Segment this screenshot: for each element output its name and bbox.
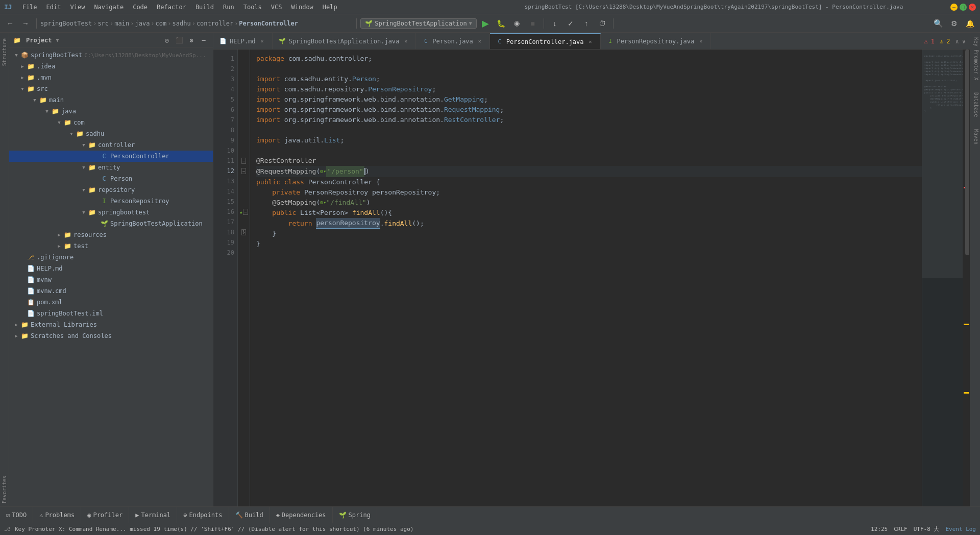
menu-run[interactable]: Run xyxy=(219,3,238,12)
debug-button[interactable]: 🐛 xyxy=(494,16,508,31)
tab-springboot-app[interactable]: 🌱 SpringBootTestApplication.java ✕ xyxy=(273,33,416,49)
tab-person-controller[interactable]: C PersonController.java ✕ xyxy=(490,33,601,49)
tree-item-test[interactable]: ▶ 📁 test xyxy=(9,240,213,252)
menu-edit[interactable]: Edit xyxy=(42,3,65,12)
vcs-history-button[interactable]: ⏱ xyxy=(595,16,609,31)
vcs-push-button[interactable]: ↑ xyxy=(579,16,594,31)
maven-tab[interactable]: Maven xyxy=(970,125,980,149)
favorites-panel-tab[interactable]: Favorites xyxy=(1,473,8,506)
chevron-down[interactable]: ∨ xyxy=(962,38,966,45)
coverage-button[interactable]: ◉ xyxy=(510,16,524,31)
database-tab[interactable]: Database xyxy=(970,88,980,121)
menu-build[interactable]: Build xyxy=(191,3,218,12)
locate-file-button[interactable]: ◎ xyxy=(162,35,172,45)
gutter-18[interactable]: } xyxy=(238,227,250,237)
tree-item-idea[interactable]: ▶ 📁 .idea xyxy=(9,61,213,72)
key-promoter-tab[interactable]: Key Promoter X xyxy=(970,33,980,84)
notifications-button[interactable]: 🔔 xyxy=(963,16,977,31)
bottom-tab-profiler[interactable]: ◉ Profiler xyxy=(81,507,129,523)
menu-view[interactable]: View xyxy=(66,3,89,12)
fold-close-18[interactable]: } xyxy=(241,229,246,235)
search-everywhere-button[interactable]: 🔍 xyxy=(931,16,945,31)
errors-indicator[interactable]: ⚠ 1 ⚠ 2 ∧ ∨ xyxy=(920,33,970,49)
chevron-up[interactable]: ∧ xyxy=(955,38,959,45)
minimize-panel-button[interactable]: — xyxy=(199,35,209,45)
tree-item-springboot-app[interactable]: ▶ 🌱 SpringBootTestApplication xyxy=(9,218,213,229)
tab-help[interactable]: 📄 HELP.md ✕ xyxy=(213,33,273,49)
tree-item-person-repositroy[interactable]: ▶ I PersonRepositroy xyxy=(9,196,213,207)
tree-item-person-controller[interactable]: ▶ C PersonController xyxy=(9,151,213,162)
tree-item-scratches[interactable]: ▶ 📁 Scratches and Consoles xyxy=(9,330,213,342)
bottom-tab-spring[interactable]: 🌱 Spring xyxy=(333,507,377,523)
stop-button[interactable]: ■ xyxy=(526,16,540,31)
gutter-11[interactable]: − xyxy=(238,156,250,166)
vcs-commit-button[interactable]: ✓ xyxy=(564,16,578,31)
tab-close-springboot-app[interactable]: ✕ xyxy=(402,38,409,45)
minimize-button[interactable]: — xyxy=(950,4,958,11)
run-config-selector[interactable]: 🌱 SpringBootTestApplication ▼ xyxy=(360,18,477,29)
menu-help[interactable]: Help xyxy=(318,3,341,12)
tab-close-person-repositroy[interactable]: ✕ xyxy=(697,38,704,45)
bottom-tab-problems[interactable]: ⚠ Problems xyxy=(33,507,81,523)
structure-panel-tab[interactable]: Structure xyxy=(1,35,8,69)
tree-item-mvn[interactable]: ▶ 📁 .mvn xyxy=(9,72,213,83)
tree-item-root[interactable]: ▼ 📦 springBootTest C:\Users\13288\Deskto… xyxy=(9,50,213,61)
fold-icon-11[interactable]: − xyxy=(241,158,246,164)
tree-item-pom[interactable]: ▶ 📋 pom.xml xyxy=(9,297,213,308)
tree-item-repository[interactable]: ▼ 📁 repository xyxy=(9,184,213,196)
breadcrumb-controller[interactable]: controller xyxy=(197,20,233,27)
tab-close-help[interactable]: ✕ xyxy=(259,38,266,45)
breadcrumb-active-file[interactable]: PersonController xyxy=(239,20,298,27)
bottom-tab-terminal[interactable]: ▶ Terminal xyxy=(129,507,177,523)
code-content[interactable]: package com.sadhu.controller; import com… xyxy=(250,50,922,506)
close-button[interactable]: ✕ xyxy=(969,4,976,11)
gutter-16[interactable]: ★ − xyxy=(238,207,250,217)
tree-item-springboottest[interactable]: ▼ 📁 springboottest xyxy=(9,207,213,218)
tab-person[interactable]: C Person.java ✕ xyxy=(416,33,489,49)
breadcrumb-sadhu[interactable]: sadhu xyxy=(173,20,191,27)
scrollbar-thumb[interactable] xyxy=(965,50,969,255)
tree-item-src[interactable]: ▼ 📁 src xyxy=(9,83,213,94)
tree-item-resources[interactable]: ▶ 📁 resources xyxy=(9,229,213,240)
maximize-button[interactable]: □ xyxy=(960,4,967,11)
forward-button[interactable]: → xyxy=(18,16,33,31)
fold-icon-12[interactable]: − xyxy=(241,168,246,174)
fold-icon-16[interactable]: − xyxy=(243,209,248,215)
breadcrumb-main[interactable]: main xyxy=(114,20,129,27)
tree-item-person[interactable]: ▶ C Person xyxy=(9,173,213,184)
bottom-tab-build[interactable]: 🔨 Build xyxy=(229,507,270,523)
tree-item-entity[interactable]: ▼ 📁 entity xyxy=(9,162,213,173)
tree-item-java[interactable]: ▼ 📁 java xyxy=(9,106,213,117)
breadcrumb-com[interactable]: com xyxy=(156,20,167,27)
tab-close-person[interactable]: ✕ xyxy=(476,38,483,45)
run-button[interactable]: ▶ xyxy=(478,16,493,31)
panel-settings-button[interactable]: ⚙ xyxy=(186,35,197,45)
tree-item-external-libs[interactable]: ▶ 📁 External Libraries xyxy=(9,319,213,330)
menu-navigate[interactable]: Navigate xyxy=(90,3,128,12)
tree-item-mvnw[interactable]: ▶ 📄 mvnw xyxy=(9,274,213,285)
menu-code[interactable]: Code xyxy=(129,3,152,12)
tree-item-helpmd[interactable]: ▶ 📄 HELP.md xyxy=(9,263,213,274)
tree-item-com[interactable]: ▼ 📁 com xyxy=(9,117,213,128)
vcs-update-button[interactable]: ↓ xyxy=(548,16,562,31)
menu-refactor[interactable]: Refactor xyxy=(153,3,190,12)
tree-item-sadhu[interactable]: ▼ 📁 sadhu xyxy=(9,128,213,139)
tab-person-repositroy[interactable]: I PersonRepositroy.java ✕ xyxy=(601,33,712,49)
tree-item-controller[interactable]: ▼ 📁 controller xyxy=(9,139,213,151)
tree-item-iml[interactable]: ▶ 📄 springBootTest.iml xyxy=(9,308,213,319)
bottom-tab-dependencies[interactable]: ◈ Dependencies xyxy=(270,507,333,523)
menu-file[interactable]: File xyxy=(18,3,41,12)
menu-vcs[interactable]: VCS xyxy=(267,3,286,12)
tree-item-gitignore[interactable]: ▶ ⎇ .gitignore xyxy=(9,252,213,263)
tree-item-main[interactable]: ▼ 📁 main xyxy=(9,94,213,106)
bottom-tab-todo[interactable]: ☑ TODO xyxy=(0,507,33,523)
menu-window[interactable]: Window xyxy=(287,3,317,12)
project-dropdown-icon[interactable]: ▼ xyxy=(56,37,59,43)
tree-item-mvnw-cmd[interactable]: ▶ 📄 mvnw.cmd xyxy=(9,285,213,297)
breadcrumb-java[interactable]: java xyxy=(135,20,150,27)
tab-close-person-controller[interactable]: ✕ xyxy=(587,38,594,45)
breadcrumb-src[interactable]: src xyxy=(97,20,109,27)
breadcrumb-project[interactable]: springBootTest xyxy=(40,20,92,27)
bottom-tab-endpoints[interactable]: ⊕ Endpoints xyxy=(177,507,229,523)
settings-button[interactable]: ⚙ xyxy=(947,16,961,31)
